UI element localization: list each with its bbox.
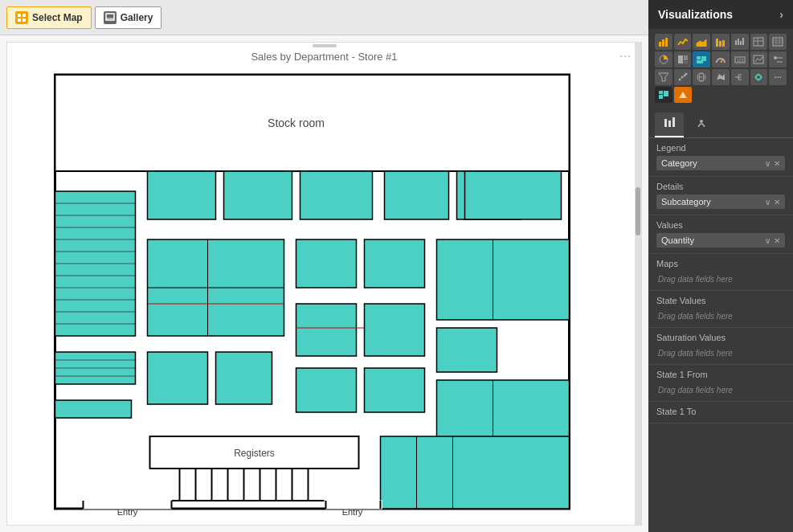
quantity-pill-remove[interactable]: ✕ <box>774 236 780 245</box>
viz-icon-scatter[interactable] <box>674 69 692 85</box>
svg-rect-87 <box>773 38 783 46</box>
quantity-pill-actions: ∨ ✕ <box>765 236 780 245</box>
section-maps: Maps Drag data fields here <box>648 254 793 291</box>
visualizations-panel: Visualizations › <box>648 0 793 532</box>
svg-point-103 <box>774 56 777 59</box>
category-pill-remove[interactable]: ✕ <box>774 159 780 168</box>
quantity-pill[interactable]: Quantity ∨ ✕ <box>656 233 785 248</box>
viz-icon-treemap[interactable] <box>674 51 692 68</box>
subcategory-pill-chevron[interactable]: ∨ <box>765 198 771 207</box>
svg-rect-79 <box>722 40 725 47</box>
svg-point-111 <box>685 73 687 76</box>
viz-icon-gauge[interactable] <box>712 51 730 68</box>
svg-rect-71 <box>326 501 382 509</box>
svg-rect-3 <box>22 18 26 22</box>
viz-icon-filled-map[interactable] <box>712 69 730 85</box>
viz-icon-funnel[interactable] <box>655 69 672 85</box>
svg-rect-123 <box>659 95 663 99</box>
svg-rect-2 <box>18 18 21 22</box>
svg-rect-83 <box>742 38 744 45</box>
legend-label: Legend <box>656 143 785 153</box>
viz-icon-area[interactable] <box>693 34 710 50</box>
panel-collapse-chevron[interactable]: › <box>779 8 783 21</box>
section-legend: Legend Category ∨ ✕ <box>648 138 793 177</box>
category-pill-text: Category <box>661 158 697 168</box>
svg-rect-96 <box>697 56 701 59</box>
viz-icon-matrix[interactable] <box>769 34 787 50</box>
subcategory-pill[interactable]: Subcategory ∨ ✕ <box>656 194 785 209</box>
viz-icon-decomp-tree[interactable] <box>731 69 749 85</box>
quantity-pill-chevron[interactable]: ∨ <box>765 236 771 245</box>
svg-rect-78 <box>719 41 721 47</box>
gallery-icon <box>104 11 116 24</box>
viz-icon-map[interactable] <box>693 51 710 68</box>
tab-fields[interactable] <box>655 113 684 137</box>
subcategory-pill-text: Subcategory <box>661 197 711 207</box>
svg-rect-28 <box>300 171 373 219</box>
select-map-label: Select Map <box>32 12 83 23</box>
viz-icon-pie[interactable] <box>655 51 672 68</box>
viz-icons-row-2: 123 <box>655 51 787 68</box>
category-pill-actions: ∨ ✕ <box>765 159 780 168</box>
tab-format[interactable] <box>687 113 716 137</box>
field-sections: Legend Category ∨ ✕ Details Subcategory … <box>648 138 793 424</box>
svg-rect-36 <box>148 352 208 404</box>
map-canvas: Sales by Department - Store #1 ··· Stock… <box>6 42 642 526</box>
viz-icon-waterfall[interactable] <box>731 34 749 50</box>
svg-rect-121 <box>659 91 663 94</box>
viz-icon-table[interactable] <box>750 34 768 50</box>
state-1-to-label: State 1 To <box>656 407 785 416</box>
viz-icon-line[interactable] <box>674 34 692 50</box>
section-state-1-from: State 1 From Drag data fields here <box>648 365 793 402</box>
svg-rect-63 <box>381 436 570 509</box>
select-map-button[interactable]: Select Map <box>6 6 92 29</box>
svg-rect-68 <box>84 501 172 509</box>
svg-rect-125 <box>668 121 671 127</box>
map-menu-dots[interactable]: ··· <box>619 49 632 62</box>
viz-icon-globe[interactable] <box>693 69 710 85</box>
viz-tabs <box>648 109 793 138</box>
category-pill-chevron[interactable]: ∨ <box>765 159 771 168</box>
main-area: Select Map Gallery Sales by Department -… <box>0 0 648 532</box>
subcategory-pill-remove[interactable]: ✕ <box>774 198 780 207</box>
viz-icon-kpi[interactable] <box>750 51 768 68</box>
svg-rect-76 <box>665 38 668 47</box>
toolbar: Select Map Gallery <box>0 0 648 35</box>
saturation-values-drop-zone: Drag data fields here <box>656 346 785 361</box>
gallery-label: Gallery <box>121 12 153 23</box>
state-1-from-drop-zone: Drag data fields here <box>656 383 785 398</box>
gallery-button[interactable]: Gallery <box>95 6 162 29</box>
svg-rect-44 <box>365 368 425 412</box>
svg-rect-0 <box>18 14 21 17</box>
floor-plan-svg: Stock room <box>23 67 625 517</box>
subcategory-pill-actions: ∨ ✕ <box>765 198 780 207</box>
svg-rect-1 <box>22 14 26 17</box>
viz-icon-bar[interactable] <box>655 34 672 50</box>
svg-rect-25 <box>55 400 132 418</box>
viz-icon-slicer[interactable] <box>769 51 787 68</box>
viz-icon-column[interactable] <box>712 34 730 50</box>
state-values-label: State Values <box>656 296 785 305</box>
svg-rect-84 <box>754 38 763 46</box>
map-scrollbar[interactable] <box>635 43 641 525</box>
svg-rect-45 <box>437 239 570 320</box>
svg-text:123: 123 <box>737 58 744 63</box>
svg-rect-43 <box>296 368 357 412</box>
svg-rect-38 <box>296 239 357 288</box>
viz-icon-card[interactable]: 123 <box>731 51 749 68</box>
viz-icon-more[interactable]: ··· <box>769 69 787 85</box>
select-map-icon <box>15 11 28 24</box>
details-label: Details <box>656 182 785 191</box>
section-state-values: State Values Drag data fields here <box>648 291 793 328</box>
svg-rect-122 <box>664 91 668 96</box>
values-label: Values <box>656 220 785 230</box>
svg-rect-95 <box>684 61 688 63</box>
viz-icon-ai[interactable] <box>750 69 768 85</box>
viz-icons-grid: 123 <box>648 29 793 109</box>
drag-handle[interactable] <box>313 44 337 47</box>
viz-icon-special[interactable] <box>674 87 692 103</box>
category-pill[interactable]: Category ∨ ✕ <box>656 156 785 170</box>
svg-marker-107 <box>659 73 668 81</box>
svg-rect-47 <box>437 328 497 372</box>
viz-icon-custom-map[interactable] <box>655 87 672 103</box>
